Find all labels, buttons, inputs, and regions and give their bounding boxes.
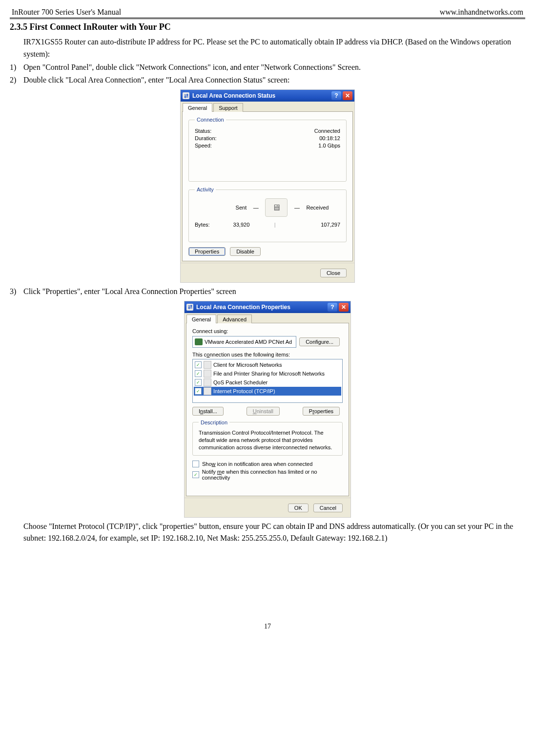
component-icon <box>204 361 211 369</box>
configure-button[interactable]: Configure... <box>299 337 340 346</box>
component-icon <box>204 370 211 378</box>
tab-general[interactable]: General <box>186 315 216 323</box>
tab-advanced[interactable]: Advanced <box>217 315 252 323</box>
received-label: Received <box>307 205 329 210</box>
close-button[interactable]: Close <box>320 269 347 277</box>
items-label: This connection uses the following items… <box>192 352 343 357</box>
connect-using-label: Connect using: <box>192 328 343 334</box>
tail-paragraph: Choose "Internet Protocol (TCP/IP)", cli… <box>23 521 525 545</box>
checkbox-icon[interactable] <box>192 461 199 467</box>
checkbox-icon[interactable]: ✓ <box>195 361 202 368</box>
activity-group: Activity Sent — 🖥 — Received Bytes: 33,9… <box>188 187 347 242</box>
section-title: 2.3.5 First Connect InRouter with Your P… <box>10 22 525 32</box>
list-item[interactable]: ✓Client for Microsoft Networks <box>194 360 341 369</box>
connection-legend: Connection <box>195 117 226 123</box>
speed-value: 1.0 Gbps <box>318 143 340 148</box>
duration-value: 00:18:12 <box>319 135 340 141</box>
help-icon[interactable]: ? <box>331 91 341 100</box>
tab-support[interactable]: Support <box>213 103 243 112</box>
items-listbox[interactable]: ✓Client for Microsoft Networks ✓File and… <box>192 359 343 403</box>
step-3: 3) Click "Properties", enter "Local Area… <box>10 286 525 298</box>
step-1-text: Open "Control Panel", double click "Netw… <box>23 62 361 74</box>
bytes-sent: 33,920 <box>210 222 273 228</box>
status-value: Connected <box>314 128 340 134</box>
item-properties-button[interactable]: Properties <box>303 407 340 416</box>
step-3-text: Click "Properties", enter "Local Area Co… <box>23 286 236 298</box>
list-item[interactable]: ✓File and Printer Sharing for Microsoft … <box>194 369 341 378</box>
show-icon-checkbox[interactable]: Show icon in notification area when conn… <box>192 461 343 467</box>
adapter-field[interactable]: VMware Accelerated AMD PCNet Ad <box>192 336 296 348</box>
help-icon[interactable]: ? <box>328 303 337 312</box>
network-activity-icon: 🖥 <box>265 198 288 217</box>
speed-key: Speed: <box>195 143 212 148</box>
duration-key: Duration: <box>195 135 217 141</box>
status-titlebar: ⇄ Local Area Connection Status ? ✕ <box>181 90 354 102</box>
page-number: 17 <box>10 623 525 640</box>
step-1: 1) Open "Control Panel", double click "N… <box>10 62 525 74</box>
ok-button[interactable]: OK <box>288 504 309 512</box>
close-icon[interactable]: ✕ <box>339 303 349 312</box>
tab-general[interactable]: General <box>183 103 212 112</box>
checkbox-icon[interactable]: ✓ <box>195 388 202 395</box>
cancel-button[interactable]: Cancel <box>313 504 343 512</box>
properties-button[interactable]: Properties <box>188 247 226 256</box>
description-text: Transmission Control Protocol/Internet P… <box>199 429 336 451</box>
nic-icon <box>195 338 203 345</box>
status-dialog: ⇄ Local Area Connection Status ? ✕ Gener… <box>180 89 355 283</box>
list-item[interactable]: ✓QoS Packet Scheduler <box>194 378 341 387</box>
adapter-name: VMware Accelerated AMD PCNet Ad <box>205 339 292 345</box>
connection-group: Connection Status:Connected Duration:00:… <box>188 117 347 182</box>
checkbox-icon[interactable]: ✓ <box>192 471 199 478</box>
component-icon <box>204 378 211 386</box>
description-group: Description Transmission Control Protoco… <box>192 420 343 456</box>
checkbox-icon[interactable]: ✓ <box>195 379 202 386</box>
props-titlebar: ⇄ Local Area Connection Properties ? ✕ <box>185 301 350 313</box>
connection-icon: ⇄ <box>183 92 189 99</box>
install-button[interactable]: Install... <box>192 407 224 416</box>
props-title: Local Area Connection Properties <box>196 304 326 311</box>
header-rule <box>10 18 525 19</box>
status-title: Local Area Connection Status <box>192 92 330 99</box>
close-icon[interactable]: ✕ <box>343 91 352 100</box>
connection-icon: ⇄ <box>186 304 193 311</box>
list-item-selected[interactable]: ✓Internet Protocol (TCP/IP) <box>194 387 341 396</box>
uninstall-button[interactable]: Uninstall <box>247 407 280 416</box>
sent-label: Sent <box>236 205 247 210</box>
step-2-text: Double click "Local Area Connection", en… <box>23 74 290 86</box>
checkbox-icon[interactable]: ✓ <box>195 370 202 377</box>
bytes-recv: 107,297 <box>277 222 340 228</box>
activity-legend: Activity <box>195 187 216 192</box>
bytes-key: Bytes: <box>195 222 210 228</box>
header-left: InRouter 700 Series User's Manual <box>12 8 121 17</box>
step-2: 2) Double click "Local Area Connection",… <box>10 74 525 86</box>
header-right: www.inhandnetworks.com <box>440 8 523 17</box>
description-legend: Description <box>199 420 229 425</box>
properties-dialog: ⇄ Local Area Connection Properties ? ✕ G… <box>184 301 351 518</box>
intro-paragraph: IR7X1GS55 Router can auto-distribute IP … <box>23 36 525 61</box>
disable-button[interactable]: Disable <box>230 247 261 256</box>
status-key: Status: <box>195 128 211 134</box>
notify-checkbox[interactable]: ✓ Notify me when this connection has lim… <box>192 469 343 481</box>
component-icon <box>204 387 211 395</box>
